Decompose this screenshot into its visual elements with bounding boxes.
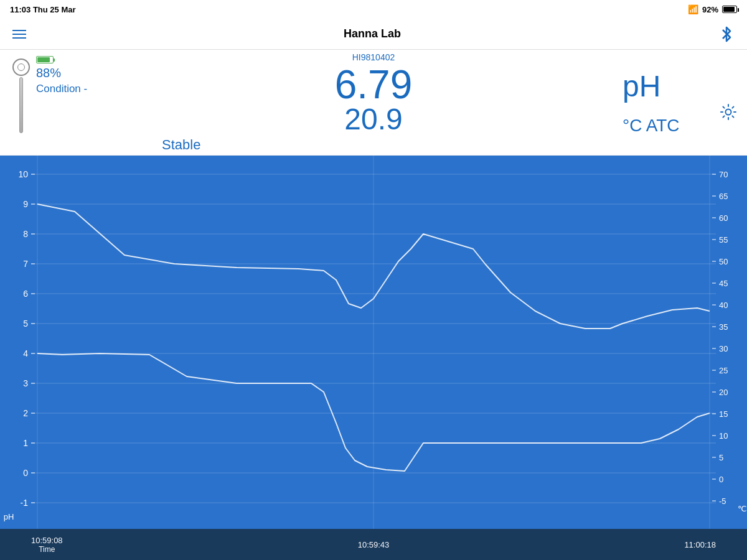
svg-text:10: 10 bbox=[18, 169, 28, 179]
wifi-icon: 📶 bbox=[688, 4, 698, 14]
right-units: pH °C ATC bbox=[610, 56, 735, 149]
svg-text:4: 4 bbox=[23, 348, 28, 358]
svg-text:5: 5 bbox=[23, 319, 28, 329]
svg-text:6: 6 bbox=[23, 289, 28, 299]
time-axis: 10:59:08 Time 10:59:43 11:00:18 bbox=[0, 529, 747, 560]
svg-text:20: 20 bbox=[719, 388, 728, 397]
status-right: 📶 92% bbox=[688, 4, 737, 14]
temp-reading: 20.9 bbox=[344, 105, 402, 134]
svg-text:45: 45 bbox=[719, 279, 728, 288]
svg-text:70: 70 bbox=[719, 170, 728, 179]
time-axis-title: Time bbox=[39, 545, 55, 554]
ph-reading: 6.79 bbox=[335, 65, 413, 105]
temp-unit: °C ATC bbox=[622, 116, 680, 136]
svg-text:65: 65 bbox=[719, 192, 728, 201]
svg-text:10: 10 bbox=[719, 431, 728, 441]
svg-text:7: 7 bbox=[23, 259, 28, 269]
svg-text:55: 55 bbox=[719, 235, 728, 245]
time-mid: 10:59:43 bbox=[358, 540, 390, 549]
time-end: 11:00:18 bbox=[684, 540, 716, 549]
device-id: HI9810402 bbox=[352, 52, 395, 62]
menu-button[interactable] bbox=[12, 30, 26, 39]
battery-percentage: 92% bbox=[702, 5, 718, 14]
svg-text:3: 3 bbox=[23, 378, 28, 388]
svg-text:8: 8 bbox=[23, 229, 28, 239]
svg-text:-5: -5 bbox=[719, 497, 726, 506]
svg-text:0: 0 bbox=[719, 475, 723, 484]
time-label-end: 11:00:18 bbox=[684, 540, 716, 549]
svg-text:2: 2 bbox=[23, 408, 28, 418]
time-label-start: 10:59:08 Time bbox=[31, 536, 63, 554]
probe-section: 88% Condition - bbox=[12, 56, 137, 149]
svg-text:40: 40 bbox=[719, 301, 728, 310]
chart-container: 10 9 8 7 6 5 4 3 2 1 0 -1 bbox=[0, 156, 747, 529]
probe-info: 88% Condition - bbox=[36, 56, 87, 95]
probe-battery-percent: 88% bbox=[36, 66, 87, 80]
svg-text:1: 1 bbox=[23, 438, 28, 448]
svg-text:9: 9 bbox=[23, 199, 28, 209]
status-time: 11:03 Thu 25 Mar bbox=[10, 5, 76, 14]
svg-text:35: 35 bbox=[719, 322, 728, 332]
svg-text:pH: pH bbox=[4, 512, 14, 521]
stability-label: Stable bbox=[162, 137, 200, 153]
svg-text:0: 0 bbox=[23, 468, 28, 478]
probe-battery bbox=[36, 56, 87, 63]
svg-text:5: 5 bbox=[719, 453, 723, 462]
settings-button[interactable] bbox=[720, 103, 737, 125]
svg-text:15: 15 bbox=[719, 409, 728, 419]
probe-condition: Condition - bbox=[36, 83, 87, 95]
header-panel: 88% Condition - HI9810402 6.79 20.9 Stab… bbox=[0, 50, 747, 156]
nav-bar: Hanna Lab bbox=[0, 19, 747, 50]
time-label-mid: 10:59:43 bbox=[358, 540, 390, 549]
svg-text:30: 30 bbox=[719, 344, 728, 353]
probe-icon bbox=[12, 58, 30, 133]
battery-indicator bbox=[722, 6, 737, 13]
app-title: Hanna Lab bbox=[344, 27, 401, 40]
svg-text:60: 60 bbox=[719, 213, 728, 223]
header-area: 88% Condition - HI9810402 6.79 20.9 Stab… bbox=[0, 50, 747, 156]
chart-svg: 10 9 8 7 6 5 4 3 2 1 0 -1 bbox=[0, 156, 747, 529]
time-start: 10:59:08 bbox=[31, 536, 63, 545]
ph-unit: pH bbox=[622, 69, 660, 103]
svg-text:-1: -1 bbox=[21, 498, 29, 508]
bluetooth-icon[interactable] bbox=[718, 26, 735, 42]
svg-point-0 bbox=[726, 110, 731, 115]
svg-text:50: 50 bbox=[719, 257, 728, 266]
center-measurement: HI9810402 6.79 20.9 Stable bbox=[137, 56, 610, 149]
svg-text:25: 25 bbox=[719, 366, 728, 375]
svg-text:℃: ℃ bbox=[738, 504, 747, 513]
status-bar: 11:03 Thu 25 Mar 📶 92% bbox=[0, 0, 747, 19]
